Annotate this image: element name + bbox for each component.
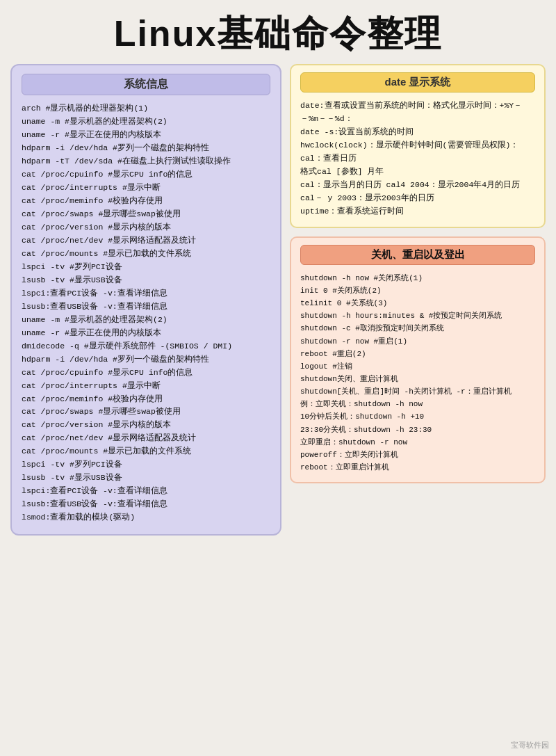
shutdown-header: 关机、重启以及登出 xyxy=(300,245,535,265)
content-area: 系统信息 arch #显示机器的处理器架构(1)uname -m #显示机器的处… xyxy=(10,64,546,536)
shutdown-panel: 关机、重启以及登出 shutdown -h now #关闭系统(1)init 0… xyxy=(290,236,546,483)
system-info-content: arch #显示机器的处理器架构(1)uname -m #显示机器的处理器架构(… xyxy=(22,102,270,524)
system-info-header: 系统信息 xyxy=(22,74,270,95)
list-item: 立即重启：shutdown -r now xyxy=(300,436,535,449)
list-item: cat /proc/net/dev #显示网络适配器及统计 xyxy=(22,432,270,445)
list-item: cat /proc/swaps #显示哪些swap被使用 xyxy=(22,405,270,419)
date-content: date:查看或设置当前系统的时间：格式化显示时间：+%Y－－%m－－%d：da… xyxy=(300,99,535,218)
list-item: uname -r #显示正在使用的内核版本 xyxy=(22,327,270,340)
list-item: dmidecode -q #显示硬件系统部件 -(SMBIOS / DMI) xyxy=(22,340,270,353)
list-item: cat /proc/mounts #显示已加载的文件系统 xyxy=(22,445,270,458)
list-item: init 0 #关闭系统(2) xyxy=(300,284,535,297)
date-header: date 显示系统 xyxy=(300,72,535,93)
right-panel: date 显示系统 date:查看或设置当前系统的时间：格式化显示时间：+%Y－… xyxy=(290,64,546,483)
list-item: lsusb -tv #显示USB设备 xyxy=(22,472,270,485)
list-item: lsusb:查看USB设备 -v:查看详细信息 xyxy=(22,300,270,314)
list-item: lspci:查看PCI设备 -v:查看详细信息 xyxy=(22,485,270,498)
list-item: 例：立即关机：shutdown -h now xyxy=(300,398,535,410)
list-item: lspci -tv #罗列PCI设备 xyxy=(22,458,270,472)
list-item: date:查看或设置当前系统的时间：格式化显示时间：+%Y－－%m－－%d： xyxy=(300,99,535,126)
list-item: cat /proc/mounts #显示已加载的文件系统 xyxy=(22,248,270,261)
list-item: 10分钟后关机：shutdown -h +10 xyxy=(300,410,535,423)
list-item: cal：显示当月的日历 cal4 2004：显示2004年4月的日历 xyxy=(300,179,535,192)
list-item: shutdown -h hours:minutes & #按预定时间关闭系统 xyxy=(300,309,535,322)
list-item: uname -r #显示正在使用的内核版本 xyxy=(22,129,270,142)
list-item: uname -m #显示机器的处理器架构(2) xyxy=(22,314,270,327)
list-item: hdparm -i /dev/hda #罗列一个磁盘的架构特性 xyxy=(22,353,270,367)
list-item: uname -m #显示机器的处理器架构(2) xyxy=(22,115,270,129)
list-item: poweroff：立即关闭计算机 xyxy=(300,449,535,461)
list-item: arch #显示机器的处理器架构(1) xyxy=(22,102,270,115)
list-item: cat /proc/version #显示内核的版本 xyxy=(22,419,270,432)
list-item: shutdown[关机、重启]时间 -h关闭计算机 -r：重启计算机 xyxy=(300,385,535,398)
list-item: cat /proc/cpuinfo #显示CPU info的信息 xyxy=(22,367,270,380)
list-item: shutdown -r now #重启(1) xyxy=(300,335,535,348)
list-item: cal－ y 2003：显示2003年的日历 xyxy=(300,192,535,205)
system-info-panel: 系统信息 arch #显示机器的处理器架构(1)uname -m #显示机器的处… xyxy=(10,64,281,536)
list-item: telinit 0 #关系统(3) xyxy=(300,297,535,309)
list-item: 格式cal [参数] 月年 xyxy=(300,166,535,179)
list-item: cat /proc/meminfo #校验内存使用 xyxy=(22,393,270,406)
list-item: uptime：查看系统运行时间 xyxy=(300,205,535,218)
list-item: 23:30分关机：shutdown -h 23:30 xyxy=(300,424,535,436)
list-item: lspci:查看PCI设备 -v:查看详细信息 xyxy=(22,287,270,300)
list-item: cat /proc/meminfo #校验内存使用 xyxy=(22,195,270,208)
list-item: reboot #重启(2) xyxy=(300,348,535,360)
watermark: 宝哥软件园 xyxy=(511,740,549,750)
page-title: Linux基础命令整理 xyxy=(10,14,546,54)
list-item: cat /proc/net/dev #显示网络适配器及统计 xyxy=(22,234,270,248)
page-wrapper: Linux基础命令整理 系统信息 arch #显示机器的处理器架构(1)unam… xyxy=(0,0,556,756)
list-item: shutdown -h now #关闭系统(1) xyxy=(300,272,535,284)
list-item: logout #注销 xyxy=(300,360,535,373)
list-item: cat /proc/swaps #显示哪些swap被使用 xyxy=(22,208,270,221)
shutdown-content: shutdown -h now #关闭系统(1)init 0 #关闭系统(2)t… xyxy=(300,272,535,474)
list-item: shutdown -c #取消按预定时间关闭系统 xyxy=(300,322,535,335)
list-item: date -s:设置当前系统的时间 xyxy=(300,126,535,139)
list-item: lspci -tv #罗列PCI设备 xyxy=(22,261,270,274)
list-item: cat /proc/version #显示内核的版本 xyxy=(22,221,270,234)
list-item: lsusb -tv #显示USB设备 xyxy=(22,274,270,287)
list-item: lsusb:查看USB设备 -v:查看详细信息 xyxy=(22,498,270,511)
list-item: reboot：立即重启计算机 xyxy=(300,461,535,474)
list-item: cat /proc/interrupts #显示中断 xyxy=(22,182,270,195)
list-item: cal：查看日历 xyxy=(300,152,535,166)
list-item: cat /proc/cpuinfo #显示CPU info的信息 xyxy=(22,168,270,182)
list-item: shutdown关闭、重启计算机 xyxy=(300,373,535,385)
list-item: lsmod:查看加载的模块(驱动) xyxy=(22,511,270,524)
list-item: hdparm -i /dev/hda #罗列一个磁盘的架构特性 xyxy=(22,142,270,155)
list-item: hdparm -tT /dev/sda #在磁盘上执行测试性读取操作 xyxy=(22,155,270,168)
list-item: cat /proc/interrupts #显示中断 xyxy=(22,380,270,393)
title-area: Linux基础命令整理 xyxy=(10,7,546,64)
date-panel: date 显示系统 date:查看或设置当前系统的时间：格式化显示时间：+%Y－… xyxy=(290,64,546,228)
list-item: hwclock(clock)：显示硬件时钟时间(需要管理员权限)： xyxy=(300,139,535,152)
